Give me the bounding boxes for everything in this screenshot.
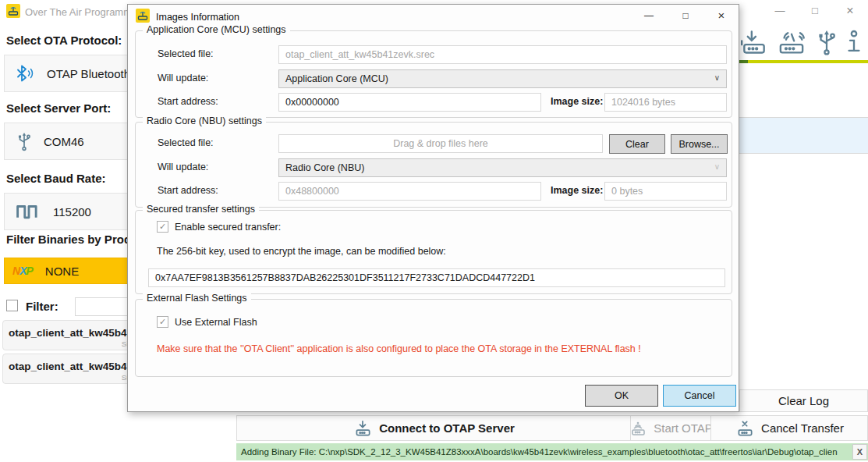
enable-secured-checkbox[interactable]: ✓ — [157, 221, 168, 233]
minimize-button[interactable]: — — [768, 5, 792, 16]
close-button[interactable]: × — [838, 4, 862, 18]
dialog-app-icon — [136, 9, 150, 23]
app-core-group: Application Core (MCU) settings Selected… — [135, 30, 732, 118]
start-address-label: Start address: — [158, 185, 218, 196]
browse-button[interactable]: Browse... — [671, 134, 728, 154]
usb-icon[interactable] — [815, 28, 838, 56]
binary-list-item[interactable]: otap_client_att_kw45b41 Siz — [2, 320, 136, 350]
radio-core-legend: Radio Core (NBU) settings — [143, 116, 266, 126]
device-download-icon[interactable] — [739, 29, 769, 55]
start-address-label: Start address: — [158, 96, 218, 107]
image-size-label: Image size: — [551, 185, 603, 196]
image-size-label: Image size: — [551, 96, 603, 107]
protocol-value: OTAP Bluetooth — [47, 67, 130, 80]
selected-file-label: Selected file: — [158, 48, 214, 59]
radio-image-size-input: 0 bytes — [604, 182, 727, 201]
binary-name: otap_client_att_kw45b41 — [9, 327, 133, 339]
app-will-update-dropdown[interactable]: Application Core (MCU) ∨ — [278, 69, 727, 88]
chevron-down-icon: ∨ — [714, 162, 720, 171]
bluetooth-icon — [16, 64, 36, 83]
selected-file-label: Selected file: — [158, 137, 214, 148]
app-image-size-input: 1024016 bytes — [604, 93, 727, 112]
will-update-label: Will update: — [158, 73, 208, 84]
ok-button[interactable]: OK — [585, 385, 658, 407]
toolbar — [739, 26, 864, 59]
cancel-button[interactable]: Cancel — [663, 385, 736, 407]
radio-will-update-dropdown: Radio Core (NBU) ∨ — [278, 158, 727, 177]
encryption-key-input[interactable]: 0x7AA7EF9813B3561257B8837DAB26225301DF35… — [148, 268, 725, 287]
connect-otap-button[interactable]: Connect to OTAP Server — [236, 415, 631, 441]
app-icon — [6, 4, 20, 18]
status-bar: Adding Binary File: C:\nxp\SDK_2_12_3_KW… — [236, 443, 868, 460]
app-start-address-input[interactable]: 0x00000000 — [278, 93, 541, 112]
chevron-down-icon: ∨ — [714, 73, 720, 82]
cancel-transfer-button[interactable]: Cancel Transfer — [710, 415, 868, 441]
radio-selected-file-input[interactable]: Drag & drop files here — [278, 134, 603, 153]
status-close-button[interactable]: X — [852, 444, 867, 460]
filter-checkbox[interactable] — [6, 300, 18, 311]
dialog-close-button[interactable]: × — [711, 9, 732, 22]
status-text: Adding Binary File: C:\nxp\SDK_2_12_3_KW… — [241, 447, 838, 457]
port-value: COM46 — [44, 135, 84, 148]
baud-value: 115200 — [53, 205, 91, 219]
wireless-router-icon[interactable] — [774, 29, 809, 55]
accent-line — [739, 60, 868, 63]
port-label: Select Server Port: — [6, 101, 111, 115]
radio-core-group: Radio Core (NBU) settings Selected file:… — [135, 122, 732, 208]
secured-transfer-legend: Secured transfer settings — [143, 204, 259, 215]
filter-product-value: NONE — [45, 265, 79, 278]
external-flash-warning: Make sure that the ''OTA Client'' applic… — [157, 343, 641, 354]
dialog-maximize-button[interactable]: □ — [675, 10, 696, 21]
external-flash-legend: External Flash Settings — [143, 293, 251, 304]
external-flash-group: External Flash Settings ✓ Use External F… — [135, 299, 732, 377]
maximize-button[interactable]: □ — [803, 5, 827, 16]
clear-button[interactable]: Clear — [609, 134, 665, 154]
images-information-dialog: Images Information — □ × Application Cor… — [127, 4, 739, 412]
use-external-flash-checkbox[interactable]: ✓ — [157, 316, 168, 328]
start-broadcast-icon — [629, 419, 647, 438]
info-icon[interactable] — [844, 28, 864, 56]
app-selected-file-input[interactable]: otap_client_att_kw45b41zevk.srec — [278, 45, 727, 64]
clear-log-button[interactable]: Clear Log — [739, 389, 868, 412]
filter-label: Filter: — [26, 300, 58, 313]
app-core-legend: Application Core (MCU) settings — [143, 24, 290, 35]
square-wave-icon — [16, 203, 42, 220]
cancel-x-icon — [735, 419, 755, 438]
binary-list-item[interactable]: otap_client_att_kw45b41 Siz — [2, 354, 136, 384]
use-external-flash-label: Use External Flash — [175, 317, 257, 328]
enable-secured-label: Enable secured transfer: — [175, 222, 281, 233]
radio-start-address-input: 0x48800000 — [278, 182, 541, 201]
binary-name: otap_client_att_kw45b41 — [9, 361, 133, 372]
baud-label: Select Baud Rate: — [6, 172, 106, 185]
filter-product-label: Filter Binaries by Prod — [6, 233, 131, 246]
key-hint: The 256-bit key, used to encrypt the ima… — [157, 246, 446, 257]
start-otap-button[interactable]: Start OTAP — [630, 415, 711, 441]
secured-transfer-group: Secured transfer settings ✓ Enable secur… — [135, 210, 732, 294]
protocol-label: Select OTA Protocol: — [6, 34, 122, 47]
connect-download-icon — [353, 419, 373, 438]
nxp-logo-icon: NXP — [12, 265, 33, 277]
dialog-title: Images Information — [156, 12, 239, 23]
will-update-label: Will update: — [158, 162, 208, 172]
dialog-minimize-button[interactable]: — — [639, 10, 659, 21]
selected-row-band[interactable] — [739, 117, 868, 154]
usb-port-icon — [16, 130, 33, 153]
